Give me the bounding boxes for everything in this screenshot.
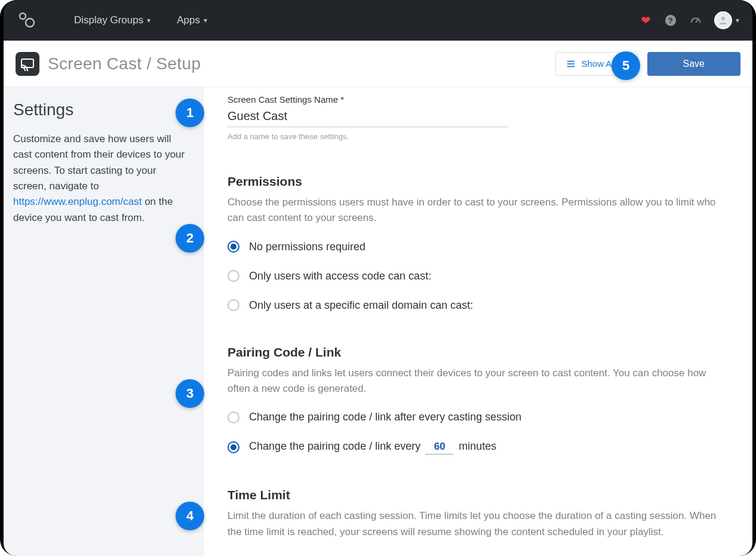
svg-point-1 — [26, 19, 34, 27]
chevron-down-icon: ▾ — [147, 16, 150, 24]
nav-apps[interactable]: Apps ▾ — [177, 14, 207, 26]
help-icon[interactable]: ? — [664, 14, 677, 27]
top-nav: Display Groups ▾ Apps ▾ ❤ ? ▾ — [4, 0, 752, 41]
permissions-title: Permissions — [228, 174, 723, 189]
settings-name-input[interactable] — [228, 107, 508, 127]
nav-display-groups-label: Display Groups — [74, 14, 143, 26]
chevron-down-icon: ▾ — [204, 16, 207, 24]
pairing-every-pre: Change the pairing code / link every — [249, 440, 420, 453]
heart-icon[interactable]: ❤ — [639, 14, 652, 27]
pairing-every-minutes-radio[interactable] — [228, 441, 239, 453]
pairing-title: Pairing Code / Link — [228, 345, 723, 360]
nav-apps-label: Apps — [177, 14, 200, 26]
settings-sidebar: Settings Customize and save how users wi… — [4, 87, 204, 556]
svg-rect-7 — [567, 60, 574, 62]
perm-domain-radio[interactable] — [228, 299, 239, 311]
svg-line-4 — [696, 19, 698, 23]
nav-display-groups[interactable]: Display Groups ▾ — [74, 14, 150, 26]
perm-domain-label: Only users at a specific email domain ca… — [249, 299, 473, 312]
svg-point-5 — [721, 17, 725, 20]
list-icon — [567, 60, 575, 68]
perm-none-radio[interactable] — [228, 241, 239, 253]
page-title: Screen Cast / Setup — [48, 54, 201, 73]
step-badge-2: 2 — [176, 224, 204, 253]
avatar-icon — [714, 11, 732, 29]
pairing-after-session-radio[interactable] — [228, 411, 239, 423]
chevron-down-icon: ▾ — [736, 16, 739, 24]
permissions-desc: Choose the permissions users must have i… — [228, 195, 723, 226]
pairing-after-session-label: Change the pairing code / link after eve… — [249, 411, 521, 423]
timelimit-desc: Limit the duration of each casting sessi… — [228, 508, 723, 540]
svg-rect-8 — [567, 63, 574, 64]
dashboard-gauge-icon[interactable] — [689, 14, 702, 27]
pairing-desc: Pairing codes and links let users connec… — [228, 365, 723, 397]
step-badge-5: 5 — [611, 51, 640, 80]
cast-url-link[interactable]: https://www.enplug.com/cast — [13, 196, 142, 207]
sidebar-description: Customize and save how users will cast c… — [13, 131, 191, 226]
perm-code-label: Only users with access code can cast: — [249, 270, 431, 282]
enplug-logo-icon — [17, 11, 36, 30]
screen-cast-app-icon — [16, 52, 39, 76]
timelimit-title: Time Limit — [228, 488, 723, 502]
step-badge-1: 1 — [176, 99, 204, 127]
perm-code-radio[interactable] — [228, 270, 239, 282]
svg-text:?: ? — [668, 16, 673, 25]
sidebar-title: Settings — [13, 100, 191, 119]
sidebar-desc-pre: Customize and save how users will cast c… — [13, 133, 185, 192]
user-menu[interactable]: ▾ — [714, 11, 739, 29]
save-button[interactable]: Save — [647, 52, 740, 76]
svg-rect-9 — [567, 66, 574, 67]
settings-name-helper: Add a name to save these settings. — [228, 132, 723, 141]
step-badge-4: 4 — [176, 502, 204, 530]
step-badge-3: 3 — [176, 379, 204, 408]
svg-point-0 — [20, 13, 26, 19]
settings-name-label: Screen Cast Settings Name * — [228, 94, 723, 105]
save-label: Save — [683, 59, 705, 69]
settings-form: Screen Cast Settings Name * Add a name t… — [204, 87, 752, 556]
pairing-minutes-input[interactable] — [425, 441, 454, 454]
perm-none-label: No permissions required — [249, 241, 365, 253]
svg-rect-6 — [21, 59, 33, 67]
page-panel: Screen Cast / Setup Show Apps Save Setti… — [4, 41, 752, 556]
pairing-every-post: minutes — [459, 440, 496, 453]
